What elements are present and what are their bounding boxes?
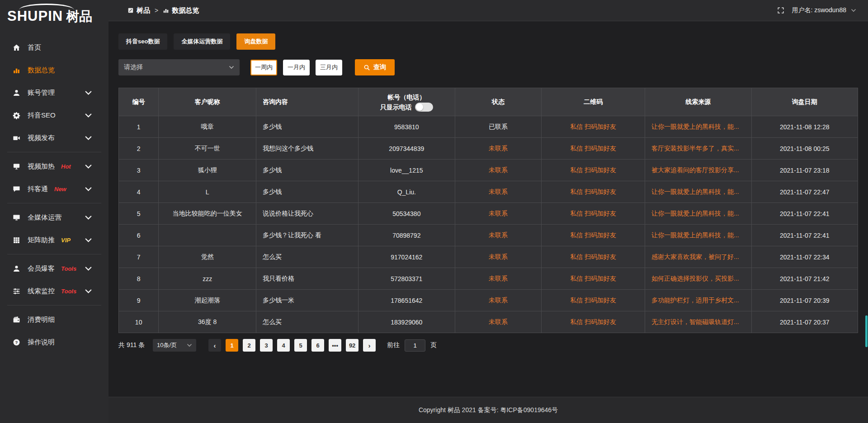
cell-status: 未联系: [455, 203, 541, 225]
cell-status: 未联系: [455, 160, 541, 181]
cell-source[interactable]: 被大家追着问的客厅投影分享...: [645, 160, 751, 181]
range-button-3[interactable]: 三月内: [316, 60, 342, 75]
tab-2[interactable]: 全媒体运营数据: [174, 33, 230, 50]
search-button[interactable]: 查询: [355, 59, 395, 75]
cell-source[interactable]: 客厅安装投影半年多了，真实...: [645, 138, 751, 160]
chart-icon: [13, 66, 20, 74]
cell-content: 多少钱: [256, 181, 359, 203]
cell-qr[interactable]: 私信 扫码加好友: [542, 311, 645, 333]
page-button-2[interactable]: 2: [243, 339, 255, 352]
prev-page-button[interactable]: ‹: [208, 339, 221, 352]
next-page-button[interactable]: ›: [363, 339, 376, 352]
cell-source[interactable]: 让你一眼就爱上的黑科技，能...: [645, 181, 751, 203]
breadcrumb-item[interactable]: 树品: [127, 6, 150, 15]
cell-qr[interactable]: 私信 扫码加好友: [542, 116, 645, 138]
cell-qr[interactable]: 私信 扫码加好友: [542, 268, 645, 290]
total-count: 共 911 条: [118, 341, 145, 349]
sidebar-item-help[interactable]: ?操作说明: [0, 331, 108, 353]
sidebar-item-label: 首页: [28, 43, 41, 52]
sidebar-item-gear[interactable]: 抖音SEO: [0, 104, 108, 127]
cell-source[interactable]: 让你一眼就爱上的黑科技，能...: [645, 203, 751, 225]
cell-date: 2021-11-07 22:47: [751, 181, 858, 203]
sidebar-divider: [7, 152, 101, 152]
cell-source[interactable]: 让你一眼就爱上的黑科技，能...: [645, 225, 751, 246]
cell-qr[interactable]: 私信 扫码加好友: [542, 138, 645, 160]
tab-1[interactable]: 抖音seo数据: [118, 33, 167, 50]
cell-qr[interactable]: 私信 扫码加好友: [542, 203, 645, 225]
goto-page-input[interactable]: [405, 339, 425, 352]
sidebar-item-publish[interactable]: 视频发布: [0, 127, 108, 149]
range-button-2[interactable]: 一月内: [283, 60, 310, 75]
cell-source[interactable]: 无主灯设计，智能磁吸轨道灯...: [645, 311, 751, 333]
cell-status: 已联系: [455, 116, 541, 138]
table-row: 6多少钱？让我死心 看70898792未联系私信 扫码加好友让你一眼就爱上的黑科…: [119, 225, 858, 246]
page-button-3[interactable]: 3: [260, 339, 273, 352]
sidebar-item-member[interactable]: 会员爆客Tools: [0, 257, 108, 280]
filter-bar: 请选择 一周内一月内三月内 查询: [118, 59, 858, 75]
cell-no: 1: [119, 116, 159, 138]
cell-qr[interactable]: 私信 扫码加好友: [542, 225, 645, 246]
page-size-label: 10条/页: [157, 341, 177, 349]
sidebar-item-chart[interactable]: 数据总览: [0, 59, 108, 81]
page-size-select[interactable]: 10条/页: [153, 339, 196, 352]
sidebar-item-label: 消费明细: [28, 315, 55, 324]
page-ellipsis[interactable]: •••: [329, 339, 341, 352]
sidebar-item-grid[interactable]: 矩阵助推VIP: [0, 229, 108, 251]
cell-qr[interactable]: 私信 扫码加好友: [542, 246, 645, 268]
sidebar-item-label: 线索监控: [28, 287, 55, 296]
cell-source[interactable]: 让你一眼就爱上的黑科技，能...: [645, 116, 751, 138]
cell-qr[interactable]: 私信 扫码加好友: [542, 290, 645, 311]
column-header-6: 二维码: [542, 88, 645, 116]
cell-account: 183929060: [358, 311, 455, 333]
sidebar-item-heat[interactable]: 视频加热Hot: [0, 155, 108, 178]
cell-qr[interactable]: 私信 扫码加好友: [542, 160, 645, 181]
filter-select[interactable]: 请选择: [118, 59, 240, 75]
page-button-4[interactable]: 4: [277, 339, 290, 352]
page-button-5[interactable]: 5: [294, 339, 307, 352]
column-header-2: 客户昵称: [159, 88, 256, 116]
cell-date: 2021-11-08 12:28: [751, 116, 858, 138]
sidebar-item-sliders[interactable]: 线索监控Tools: [0, 280, 108, 302]
cell-date: 2021-11-07 21:42: [751, 268, 858, 290]
sidebar-item-label: 账号管理: [28, 89, 55, 97]
sidebar-divider: [7, 305, 101, 306]
page-button-6[interactable]: 6: [311, 339, 324, 352]
sidebar-item-chat[interactable]: 抖客通New: [0, 178, 108, 200]
cell-account: love__1215: [358, 160, 455, 181]
cell-nickname: zzz: [159, 268, 256, 290]
content: 抖音seo数据全媒体运营数据询盘数据 请选择 一周内一月内三月内 查询 编号客户…: [108, 21, 868, 397]
scrollbar-thumb[interactable]: [865, 315, 868, 347]
range-button-1[interactable]: 一周内: [250, 60, 277, 75]
svg-text:?: ?: [15, 339, 18, 344]
cell-status: 未联系: [455, 181, 541, 203]
sidebar-item-wallet[interactable]: 消费明细: [0, 308, 108, 331]
pager: ‹123456•••92›: [206, 339, 378, 352]
cell-source[interactable]: 多功能护栏灯，适用于乡村文...: [645, 290, 751, 311]
sidebar-item-label: 抖音SEO: [28, 111, 56, 120]
cell-content: 我想问这个多少钱: [256, 138, 359, 160]
phone-toggle[interactable]: [415, 103, 433, 112]
page-button-92[interactable]: 92: [346, 339, 359, 352]
cell-no: 2: [119, 138, 159, 160]
table-header-row: 编号客户昵称咨询内容帐号（电话）只显示电话状态二维码线索来源询盘日期: [119, 88, 858, 116]
goto-page: 前往 页: [387, 339, 437, 352]
sidebar-divider: [7, 254, 101, 254]
sidebar-item-user[interactable]: 账号管理: [0, 81, 108, 104]
cell-source[interactable]: 如何正确选择投影仪，买投影...: [645, 268, 751, 290]
cell-status: 未联系: [455, 290, 541, 311]
breadcrumb-item[interactable]: 数据总览: [163, 6, 199, 15]
cell-source[interactable]: 感谢大家喜欢我家，被问了好...: [645, 246, 751, 268]
tab-3[interactable]: 询盘数据: [236, 33, 275, 50]
page-button-1[interactable]: 1: [226, 339, 238, 352]
cell-account: 178651642: [358, 290, 455, 311]
chevron-down-icon[interactable]: [851, 9, 856, 12]
sidebar-item-home[interactable]: 首页: [0, 36, 108, 59]
main: 树品>数据总览 用户名: zswodun88 抖音seo数据全媒体运营数据询盘数…: [108, 0, 868, 423]
cell-date: 2021-11-07 22:34: [751, 246, 858, 268]
cell-account: 70898792: [358, 225, 455, 246]
sidebar-item-monitor[interactable]: 全媒体运营: [0, 206, 108, 229]
cell-qr[interactable]: 私信 扫码加好友: [542, 181, 645, 203]
fullscreen-icon[interactable]: [777, 7, 784, 14]
username[interactable]: 用户名: zswodun88: [792, 6, 846, 14]
cell-date: 2021-11-07 20:37: [751, 311, 858, 333]
